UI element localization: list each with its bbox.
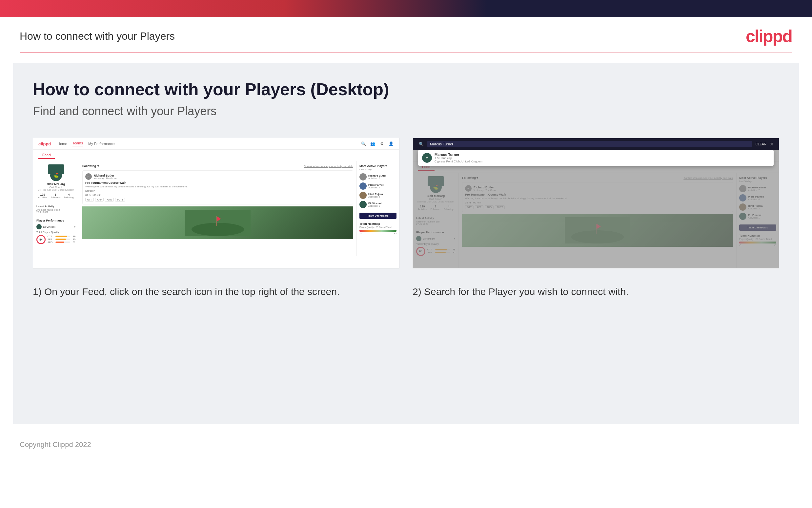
chevron-down-icon: ▾ [97, 164, 99, 168]
footer: Copyright Clippd 2022 [0, 434, 812, 456]
nav-my-performance[interactable]: My Performance [88, 142, 115, 146]
nav-links: Home Teams My Performance [57, 141, 114, 146]
bar-arg: ARG 61 [48, 241, 76, 244]
header-divider [20, 52, 792, 53]
activity-tags: OTT APP ARG PUTT [85, 198, 350, 202]
following-stat: 4 Following [64, 193, 74, 199]
activities-stat: 129 Activities [38, 193, 47, 199]
team-dashboard-button[interactable]: Team Dashboard [360, 213, 396, 219]
tag-ott: OTT [85, 198, 94, 202]
activity-card: R Richard Butler Yesterday · The Grove P… [82, 170, 353, 205]
profile-card: ⛳ Blair McHarg Golf Coach Mill Ride Golf… [33, 161, 79, 202]
pp-dropdown-icon[interactable]: ▾ [74, 225, 76, 228]
tag-app: APP [95, 198, 104, 202]
svg-rect-4 [216, 216, 217, 226]
app-logo-mini: clippd [38, 141, 51, 146]
control-link[interactable]: Control who can see your activity and da… [304, 165, 353, 168]
search-icon-2: 🔍 [418, 141, 424, 147]
bar-app: APP 70 [48, 238, 76, 241]
left-panel-1: ⛳ Blair McHarg Golf Coach Mill Ride Golf… [33, 161, 79, 256]
screenshot-2: 🔍 CLEAR ✕ M Marcus Turner 1.5 Handicap C… [413, 138, 779, 268]
nav-teams[interactable]: Teams [73, 141, 83, 146]
activity-person-info: Richard Butler Yesterday · The Grove [94, 174, 117, 179]
player-item-4: Eli Vincent Activities: 1 [360, 201, 396, 208]
copyright-text: Copyright Clippd 2022 [20, 440, 91, 449]
mini-app-1: clippd Home Teams My Performance 🔍 👥 ⚙ 👤 [33, 138, 399, 256]
nav-icons: 🔍 👥 ⚙ 👤 [361, 141, 394, 147]
screenshot-1: clippd Home Teams My Performance 🔍 👥 ⚙ 👤 [33, 138, 399, 268]
pp-avatar [36, 224, 42, 229]
quality-circle: 84 [36, 235, 46, 244]
activity-header: R Richard Butler Yesterday · The Grove [85, 173, 350, 180]
player-item-2: Piers Parnell Activities: 4 [360, 182, 396, 190]
profile-name: Blair McHarg [36, 182, 76, 186]
header: How to connect with your Players clippd [0, 17, 812, 52]
people-icon[interactable]: 👥 [370, 141, 376, 147]
latest-activity: Latest Activity Afternoon round of golf … [33, 202, 79, 216]
player-avatar-4 [360, 201, 367, 208]
caption-section: 1) On your Feed, click on the search ico… [33, 285, 779, 305]
close-button[interactable]: ✕ [770, 141, 774, 147]
tag-putt: PUTT [115, 198, 125, 202]
activity-time: 02 hr : 00 min [85, 194, 350, 197]
player-avatar-1 [360, 173, 367, 180]
result-avatar: M [422, 153, 432, 163]
player-performance-panel: Player Performance Eli Vincent ▾ Total P… [33, 216, 79, 247]
profile-club: Mill Ride Golf Club, United Kingdom [36, 189, 76, 191]
svg-point-1 [192, 223, 244, 236]
top-bar [0, 0, 812, 17]
following-row: Following ▾ Control who can see your act… [82, 164, 353, 168]
followers-stat: 3 Followers [51, 193, 61, 199]
logo: clippd [746, 26, 792, 46]
main-title: How to connect with your Players (Deskto… [33, 79, 779, 99]
activity-duration: Duration [85, 189, 350, 192]
profile-title: Golf Coach [36, 186, 76, 189]
tag-arg: ARG [105, 198, 114, 202]
heatmap-bar [360, 230, 396, 232]
search-icon[interactable]: 🔍 [361, 141, 366, 147]
clear-button[interactable]: CLEAR [756, 142, 766, 146]
main-content: How to connect with your Players (Deskto… [13, 63, 799, 424]
player-item-3: Hiral Pujara Activities: 3 [360, 192, 396, 199]
app-navbar-1: clippd Home Teams My Performance 🔍 👥 ⚙ 👤 [33, 138, 399, 150]
search-result-card[interactable]: M Marcus Turner 1.5 Handicap Cypress Poi… [418, 150, 774, 166]
main-subtitle: Find and connect with your Players [33, 104, 779, 118]
right-panel-1: Most Active Players Last 30 days Richard… [356, 161, 399, 256]
following-button[interactable]: Following ▾ [82, 164, 99, 168]
page-title: How to connect with your Players [20, 30, 175, 42]
app-body-1: ⛳ Blair McHarg Golf Coach Mill Ride Golf… [33, 161, 399, 256]
bar-ott: OTT 79 [48, 235, 76, 238]
nav-home[interactable]: Home [57, 142, 67, 146]
caption-1: 1) On your Feed, click on the search ico… [33, 285, 399, 299]
middle-panel-1: Following ▾ Control who can see your act… [79, 161, 356, 256]
profile-stats: 129 Activities 3 Followers 4 Following [36, 193, 76, 199]
result-info: Marcus Turner 1.5 Handicap Cypress Point… [434, 153, 770, 163]
player-avatar-2 [360, 182, 367, 190]
player-item-1: Richard Butler Activities: 7 [360, 173, 396, 180]
screenshots-row: clippd Home Teams My Performance 🔍 👥 ⚙ 👤 [33, 138, 779, 268]
pp-player-row: Eli Vincent ▾ [36, 224, 76, 229]
search-bar-overlay: 🔍 CLEAR ✕ [413, 138, 779, 150]
profile-icon[interactable]: 👤 [388, 141, 394, 147]
search-input[interactable] [427, 141, 752, 147]
bars-col: OTT 79 APP 70 [48, 235, 76, 244]
activity-avatar: R [85, 173, 92, 180]
heatmap-scale: -5 +5 [360, 232, 396, 235]
player-avatar-3 [360, 192, 367, 199]
feed-tab[interactable]: Feed [38, 152, 55, 159]
caption-2: 2) Search for the Player you wish to con… [413, 285, 779, 299]
settings-icon[interactable]: ⚙ [379, 141, 385, 147]
golf-image [82, 206, 353, 239]
